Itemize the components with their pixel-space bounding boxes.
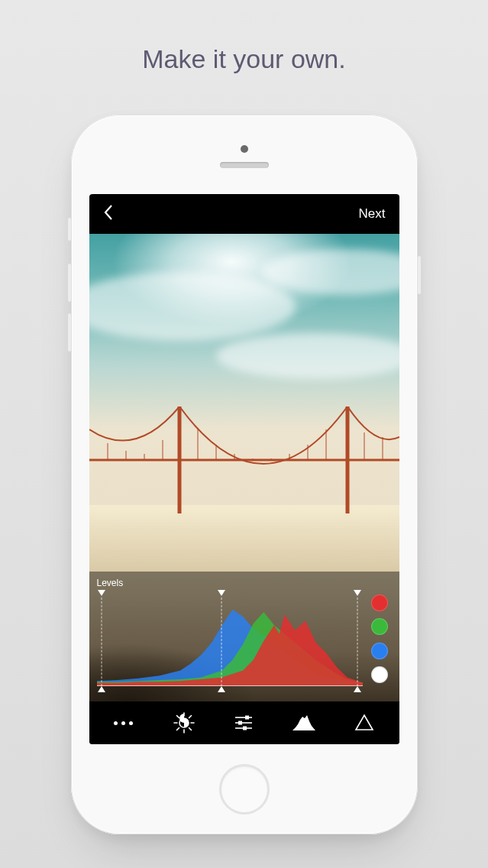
histogram-axis <box>97 685 363 686</box>
levels-body <box>97 590 392 695</box>
page-headline: Make it your own. <box>0 0 488 74</box>
phone-mute-switch <box>68 218 71 241</box>
toolbar-more-button[interactable] <box>100 701 147 744</box>
histogram-icon <box>292 714 315 732</box>
phone-home-button <box>219 764 270 815</box>
channel-red-button[interactable] <box>371 594 388 611</box>
svg-rect-31 <box>243 727 247 730</box>
svg-line-24 <box>176 728 179 730</box>
phone-volume-down <box>68 313 71 351</box>
toolbar-sharpen-button[interactable] <box>341 701 388 744</box>
svg-rect-27 <box>245 716 249 720</box>
levels-top-handle[interactable] <box>218 590 225 596</box>
levels-top-handle[interactable] <box>98 590 105 596</box>
phone-power-button <box>418 256 421 294</box>
levels-guide <box>221 598 222 686</box>
brightness-icon <box>173 712 195 734</box>
toolbar-adjust-button[interactable] <box>220 701 267 744</box>
levels-bottom-handle[interactable] <box>218 686 225 692</box>
svg-line-23 <box>189 728 191 730</box>
phone-speaker <box>220 162 269 168</box>
levels-top-handle[interactable] <box>354 590 361 596</box>
levels-guide <box>357 598 357 686</box>
svg-line-25 <box>189 716 191 718</box>
toolbar-brightness-button[interactable] <box>160 701 208 744</box>
svg-line-22 <box>176 716 179 718</box>
channel-green-button[interactable] <box>371 618 388 635</box>
levels-guide <box>102 598 102 686</box>
levels-panel: Levels <box>89 572 399 701</box>
bottom-toolbar <box>89 701 399 744</box>
sliders-icon <box>233 712 254 734</box>
chevron-left-icon <box>103 204 114 221</box>
toolbar-histogram-button[interactable] <box>280 701 328 744</box>
levels-bottom-markers <box>97 686 363 695</box>
levels-top-markers <box>97 590 363 599</box>
phone-camera <box>241 145 248 153</box>
back-button[interactable] <box>103 204 114 224</box>
svg-rect-29 <box>238 721 242 725</box>
top-bar: Next <box>89 194 399 234</box>
app-screen: Next <box>89 194 399 744</box>
levels-label: Levels <box>97 578 392 588</box>
svg-marker-32 <box>356 715 373 730</box>
more-icon <box>114 721 133 725</box>
histogram[interactable] <box>97 590 363 695</box>
next-button[interactable]: Next <box>359 206 386 222</box>
phone-mockup: Next <box>71 115 418 834</box>
histogram-chart <box>97 590 363 695</box>
levels-bottom-handle[interactable] <box>354 686 361 692</box>
channel-selector <box>367 590 392 695</box>
channel-blue-button[interactable] <box>371 643 388 659</box>
levels-bottom-handle[interactable] <box>98 686 105 692</box>
phone-volume-up <box>68 264 71 302</box>
channel-white-button[interactable] <box>371 666 388 683</box>
sharpen-icon <box>354 713 374 733</box>
